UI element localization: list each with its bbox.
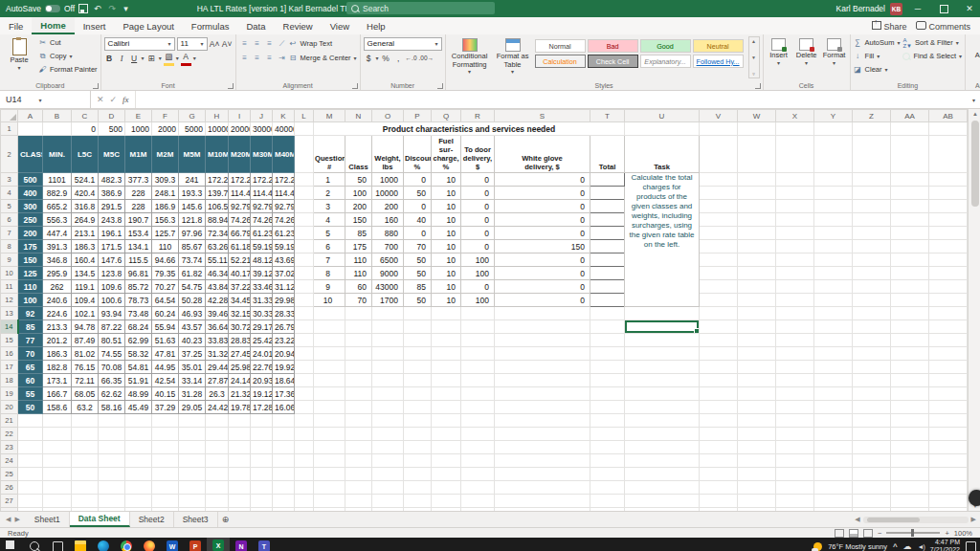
cell-B21[interactable] xyxy=(43,414,72,428)
cell-X19[interactable] xyxy=(776,387,814,401)
cell-S22[interactable] xyxy=(495,428,590,441)
format-painter-button[interactable]: 🖌Format Painter xyxy=(38,63,98,76)
cell-E7[interactable]: 153.4 xyxy=(125,227,152,240)
cell-W2[interactable] xyxy=(738,136,776,173)
cell-M18[interactable] xyxy=(314,374,345,387)
cell-L15[interactable] xyxy=(295,334,314,347)
cell-N15[interactable] xyxy=(345,334,372,347)
cell-H13[interactable]: 39.46 xyxy=(206,307,229,320)
cell-O12[interactable]: 1700 xyxy=(372,294,404,307)
cell-I4[interactable]: 114.4 xyxy=(229,187,251,200)
cell-R19[interactable] xyxy=(461,387,495,401)
column-header-Q[interactable]: Q xyxy=(432,110,461,122)
sheet-tab-sheet1[interactable]: Sheet1 xyxy=(26,512,70,527)
cell-AB1[interactable] xyxy=(929,122,968,136)
cell-Y5[interactable] xyxy=(814,200,853,213)
cell-V14[interactable] xyxy=(700,320,738,334)
cell-O7[interactable]: 880 xyxy=(372,227,404,240)
cell-S25[interactable] xyxy=(495,468,590,481)
cell-W17[interactable] xyxy=(738,361,776,374)
taskbar-firefox-button[interactable] xyxy=(138,538,161,551)
cell-S8[interactable]: 150 xyxy=(495,240,590,253)
cell-X15[interactable] xyxy=(776,334,814,347)
cell-C6[interactable]: 264.9 xyxy=(72,213,99,227)
cell-N20[interactable] xyxy=(345,401,372,414)
taskbar-edge-button[interactable] xyxy=(92,538,115,551)
cell-R23[interactable] xyxy=(461,441,495,454)
taskbar-start-button[interactable] xyxy=(0,538,23,551)
cell-D20[interactable]: 58.16 xyxy=(99,401,125,414)
cell-U19[interactable] xyxy=(625,387,700,401)
cell-A22[interactable] xyxy=(18,428,43,441)
normal-view-icon[interactable] xyxy=(835,529,844,538)
cell-W25[interactable] xyxy=(738,468,776,481)
cell-D18[interactable]: 66.35 xyxy=(99,374,125,387)
cell-I13[interactable]: 32.15 xyxy=(229,307,251,320)
cell-N10[interactable]: 110 xyxy=(345,267,372,280)
cell-T24[interactable] xyxy=(590,454,625,468)
cell-Q14[interactable] xyxy=(432,320,461,334)
cell-U14[interactable] xyxy=(625,320,700,334)
cell-R15[interactable] xyxy=(461,334,495,347)
cell-G23[interactable] xyxy=(179,441,206,454)
cell-B19[interactable]: 166.7 xyxy=(43,387,72,401)
cell-D14[interactable]: 87.22 xyxy=(99,320,125,334)
cell-Z23[interactable] xyxy=(853,441,891,454)
cell-D8[interactable]: 171.5 xyxy=(99,240,125,253)
cell-G17[interactable]: 35.01 xyxy=(179,361,206,374)
cell-AB12[interactable] xyxy=(929,294,968,307)
cell-K18[interactable]: 18.64 xyxy=(273,374,295,387)
cell-Y2[interactable] xyxy=(814,136,853,173)
cell-V3[interactable] xyxy=(700,173,738,187)
row-header-21[interactable]: 21 xyxy=(1,414,18,428)
cell-N26[interactable] xyxy=(345,481,372,495)
cell-E15[interactable]: 62.99 xyxy=(125,334,152,347)
cell-B1[interactable] xyxy=(43,122,72,136)
cell-S15[interactable] xyxy=(495,334,590,347)
format-cells-button[interactable]: Format▾ xyxy=(822,36,847,78)
cell-AB9[interactable] xyxy=(929,253,968,267)
clear-button[interactable]: ◪Clear▾ xyxy=(854,63,901,76)
cell-E5[interactable]: 228 xyxy=(125,200,152,213)
ribbon-tab-file[interactable]: File xyxy=(0,17,32,34)
save-icon[interactable] xyxy=(78,4,88,13)
cell-F4[interactable]: 248.1 xyxy=(152,187,179,200)
cell-C27[interactable] xyxy=(72,495,99,508)
cell-B5[interactable]: 665.2 xyxy=(43,200,72,213)
cell-A19[interactable]: 55 xyxy=(18,387,43,401)
cell-C1[interactable]: 0 xyxy=(72,122,99,136)
cell-Q26[interactable] xyxy=(432,481,461,495)
cell-Y15[interactable] xyxy=(814,334,853,347)
cell-F15[interactable]: 51.63 xyxy=(152,334,179,347)
cell-P16[interactable] xyxy=(404,347,432,361)
cell-G15[interactable]: 40.23 xyxy=(179,334,206,347)
cell-B7[interactable]: 447.4 xyxy=(43,227,72,240)
cell-X25[interactable] xyxy=(776,468,814,481)
cell-T23[interactable] xyxy=(590,441,625,454)
cell-R17[interactable] xyxy=(461,361,495,374)
cell-F16[interactable]: 47.81 xyxy=(152,347,179,361)
zoom-slider[interactable] xyxy=(886,532,940,534)
cell-T25[interactable] xyxy=(590,468,625,481)
cell-F6[interactable]: 156.3 xyxy=(152,213,179,227)
document-title[interactable]: HA LTL Rates [version 1] Karl Bernadel T… xyxy=(197,4,357,13)
cell-P5[interactable]: 0 xyxy=(404,200,432,213)
cell-H4[interactable]: 139.7 xyxy=(206,187,229,200)
cell-N4[interactable]: 100 xyxy=(345,187,372,200)
cell-W3[interactable] xyxy=(738,173,776,187)
cell-F23[interactable] xyxy=(152,441,179,454)
row-header-12[interactable]: 12 xyxy=(1,294,18,307)
cell-H19[interactable]: 26.3 xyxy=(206,387,229,401)
column-header-R[interactable]: R xyxy=(461,110,495,122)
cell-C3[interactable]: 524.1 xyxy=(72,173,99,187)
cell-AA16[interactable] xyxy=(891,347,929,361)
cell-AA19[interactable] xyxy=(891,387,929,401)
column-header-AA[interactable]: AA xyxy=(891,110,929,122)
cell-Q11[interactable]: 10 xyxy=(432,280,461,294)
row-header-13[interactable]: 13 xyxy=(1,307,18,320)
column-header-D[interactable]: D xyxy=(99,110,125,122)
orientation-icon[interactable]: ⟋ xyxy=(277,37,287,50)
cell-AB27[interactable] xyxy=(929,495,968,508)
cell-N12[interactable]: 70 xyxy=(345,294,372,307)
cell-K24[interactable] xyxy=(273,454,295,468)
